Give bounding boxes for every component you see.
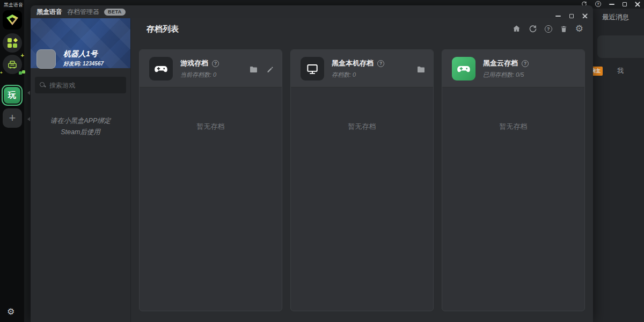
sparkle-icon: + — [21, 53, 24, 58]
help-icon[interactable]: ? — [545, 25, 552, 33]
minimize-icon[interactable] — [609, 4, 614, 5]
trash-icon[interactable] — [560, 25, 568, 33]
home-icon[interactable] — [512, 24, 521, 33]
card-header[interactable]: 游戏存档 ? 当前存档数: 0 — [140, 50, 282, 87]
help-icon[interactable]: ? — [595, 1, 601, 7]
help-icon[interactable]: ? — [212, 60, 219, 67]
card-header[interactable]: 黑盒本机存档 ? 存档数: 0 — [291, 50, 433, 87]
save-manager-button[interactable]: + + — [3, 55, 22, 74]
empty-state-text: 暂无存档 — [291, 122, 433, 131]
beta-badge: BETA — [104, 9, 126, 16]
card-title: 黑盒本机存档 — [332, 58, 374, 68]
gear-icon: ⚙ — [7, 307, 14, 316]
collapse-arrow-icon[interactable] — [27, 91, 30, 95]
me-label: 我 — [617, 67, 624, 76]
titlebar-app-name: 黑盒语音 — [36, 8, 62, 17]
heybox-logo[interactable] — [3, 10, 22, 30]
search-input[interactable] — [49, 82, 133, 89]
play-label: 玩 — [4, 87, 20, 104]
gamepad-icon — [452, 57, 475, 80]
plus-icon: + — [9, 111, 16, 125]
empty-state-text: 暂无存档 — [442, 122, 584, 131]
settings-gear-button[interactable]: ⚙ — [7, 306, 14, 317]
folder-icon[interactable] — [416, 65, 426, 74]
card-subtitle: 当前存档数: 0 — [180, 71, 216, 79]
main-app-window: ? 最近消息 房主 我 黑盒语音 存档管理器 BETA 机器人1号 — [24, 0, 644, 322]
app-sidebar: 黑盒语音 + + 玩 + ⚙ — [0, 0, 24, 322]
friend-code: 好友码: 1234567 — [63, 60, 104, 68]
add-button[interactable]: + — [3, 108, 22, 128]
gear-icon[interactable]: ⚙ — [575, 24, 583, 33]
recent-messages-title: 最近消息 — [602, 13, 629, 22]
avatar[interactable] — [36, 49, 56, 69]
card-title: 黑盒云存档 — [483, 58, 518, 68]
refresh-icon[interactable] — [529, 25, 537, 33]
heybox-logo-icon — [5, 13, 19, 27]
page-title: 存档列表 — [147, 24, 179, 34]
card-title: 游戏存档 — [180, 58, 208, 68]
search-icon — [40, 82, 46, 89]
minimize-icon[interactable] — [555, 16, 561, 17]
sparkle-icon: + — [0, 71, 3, 75]
game-search-box[interactable] — [35, 77, 126, 93]
card-subtitle: 已用存档数: 0/5 — [483, 71, 524, 79]
maximize-icon[interactable] — [569, 14, 574, 18]
profile-panel: 机器人1号 好友码: 1234567 请在小黑盒APP绑定 Steam后使用 — [31, 18, 130, 322]
recent-message-row[interactable]: 房主 我 — [593, 65, 644, 76]
toolbar-icons: ? ⚙ — [512, 24, 583, 33]
help-icon[interactable]: ? — [377, 60, 384, 67]
card-local-saves: 黑盒本机存档 ? 存档数: 0 暂无存档 — [290, 49, 434, 311]
card-game-saves: 游戏存档 ? 当前存档数: 0 暂无存档 — [139, 49, 282, 311]
close-icon[interactable] — [635, 2, 640, 7]
bind-hint-line1: 请在小黑盒APP绑定 — [31, 116, 130, 126]
card-header[interactable]: 黑盒云存档 ? 已用存档数: 0/5 — [442, 50, 584, 87]
titlebar-window-name: 存档管理器 — [67, 8, 99, 17]
maximize-icon[interactable] — [623, 2, 627, 6]
monitor-icon — [301, 57, 324, 80]
gamepad-icon — [149, 57, 173, 80]
save-machine-icon — [6, 58, 18, 70]
collapse-arrow-icon[interactable] — [27, 117, 30, 121]
app-title: 黑盒语音 — [4, 2, 23, 9]
recent-messages-box[interactable] — [597, 35, 644, 58]
profile-name: 机器人1号 — [63, 49, 98, 59]
help-icon[interactable]: ? — [522, 60, 529, 67]
apps-grid-button[interactable] — [3, 33, 22, 53]
card-subtitle: 存档数: 0 — [332, 71, 356, 79]
bind-hint-line2: Steam后使用 — [31, 128, 130, 137]
folder-icon[interactable] — [249, 65, 258, 74]
save-manager-titlebar: 黑盒语音 存档管理器 BETA — [31, 5, 593, 18]
save-cards: 游戏存档 ? 当前存档数: 0 暂无存档 — [139, 49, 585, 311]
empty-state-text: 暂无存档 — [140, 122, 282, 131]
card-cloud-saves: 黑盒云存档 ? 已用存档数: 0/5 暂无存档 — [442, 49, 585, 311]
save-list-area: 存档列表 ? ⚙ — [130, 18, 593, 322]
sidebar-item-play[interactable]: 玩 — [2, 85, 23, 106]
mini-windows-icon — [19, 70, 25, 76]
save-manager-window: 黑盒语音 存档管理器 BETA 机器人1号 好友码: 1234567 请在小黑盒… — [31, 5, 593, 322]
grid-icon — [8, 38, 17, 48]
edit-pencil-icon[interactable] — [266, 65, 274, 74]
recent-messages-panel: 最近消息 房主 我 — [593, 9, 644, 322]
